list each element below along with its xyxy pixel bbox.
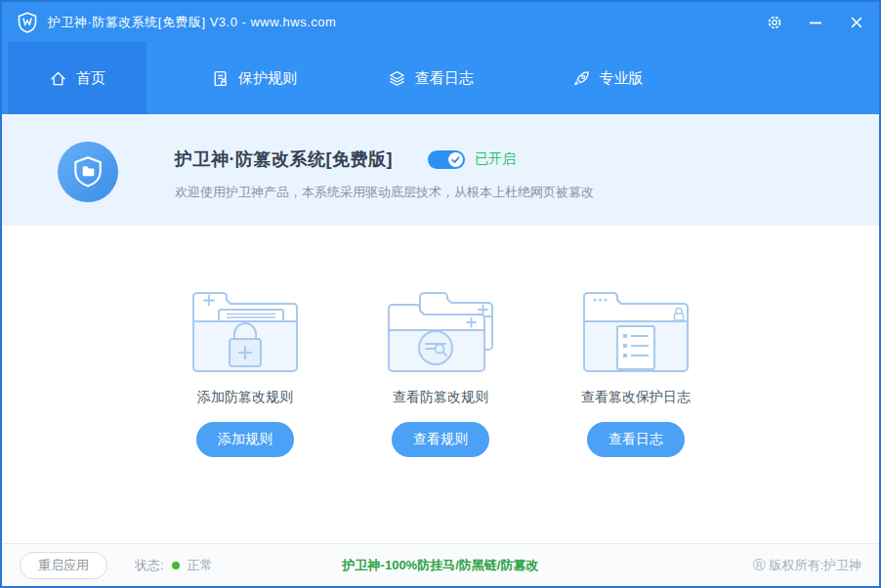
card-caption: 查看防篡改规则	[393, 389, 488, 406]
tab-professional[interactable]: 专业版	[538, 42, 677, 114]
tab-home[interactable]: 首页	[8, 42, 147, 114]
tab-label: 专业版	[600, 69, 644, 88]
product-title: 护卫神·防篡改系统[免费版]	[175, 147, 393, 171]
layers-icon	[388, 69, 406, 88]
footer-slogan: 护卫神-100%防挂马/防黑链/防篡改	[343, 557, 539, 574]
toggle-check-icon	[448, 152, 463, 167]
app-logo-shield-icon	[16, 11, 39, 34]
view-rules-button[interactable]: 查看规则	[392, 422, 489, 457]
card-view-rules: 查看防篡改规则 查看规则	[366, 285, 515, 543]
copyright-text: Ⓡ 版权所有:护卫神	[753, 557, 861, 574]
status-value: 正常	[188, 557, 213, 574]
home-icon	[49, 69, 67, 88]
window-title: 护卫神·防篡改系统[免费版] V3.0 - www.hws.com	[48, 14, 336, 31]
shield-folder-badge-icon	[58, 142, 118, 202]
folder-loglist-icon	[576, 285, 695, 375]
footer-statusbar: 重启应用 状态: 正常 护卫神-100%防挂马/防黑链/防篡改 Ⓡ 版权所有:护…	[2, 543, 879, 586]
folder-add-lock-icon	[186, 285, 305, 375]
titlebar: 护卫神·防篡改系统[免费版] V3.0 - www.hws.com	[2, 2, 879, 42]
minimize-button[interactable]	[807, 14, 824, 31]
status-header: 护卫神·防篡改系统[免费版] 已开启 欢迎使用护卫神产品，本系统采用驱动底层技术…	[2, 114, 879, 226]
card-caption: 添加防篡改规则	[197, 389, 293, 406]
document-lock-icon	[211, 69, 230, 88]
main-nav: 首页 保护规则 查看日志	[2, 42, 879, 114]
tab-protection-rules[interactable]: 保护规则	[185, 42, 323, 114]
restart-app-button[interactable]: 重启应用	[20, 552, 107, 579]
add-rules-button[interactable]: 添加规则	[196, 422, 294, 457]
close-button[interactable]	[848, 14, 865, 31]
card-add-rules: 添加防篡改规则 添加规则	[171, 285, 319, 543]
card-view-logs: 查看篡改保护日志 查看日志	[562, 285, 710, 543]
welcome-description: 欢迎使用护卫神产品，本系统采用驱动底层技术，从根本上杜绝网页被篡改	[175, 184, 594, 201]
tab-label: 保护规则	[238, 69, 297, 88]
app-window: 护卫神·防篡改系统[免费版] V3.0 - www.hws.com 首页	[0, 0, 881, 588]
card-caption: 查看篡改保护日志	[581, 389, 691, 406]
view-logs-button[interactable]: 查看日志	[587, 422, 685, 457]
main-content: 添加防篡改规则 添加规则 查看防篡改规则 查看规则	[2, 226, 879, 543]
tab-label: 查看日志	[415, 69, 474, 88]
tab-view-logs[interactable]: 查看日志	[361, 42, 500, 114]
status-group: 状态: 正常	[135, 557, 213, 574]
status-dot-icon	[172, 562, 180, 569]
folders-search-icon	[381, 285, 500, 375]
settings-gear-icon[interactable]	[766, 14, 783, 31]
toggle-status-label: 已开启	[475, 150, 516, 168]
rocket-icon	[572, 69, 591, 88]
protection-toggle[interactable]	[428, 150, 465, 169]
status-label: 状态:	[135, 557, 164, 574]
tab-label: 首页	[76, 69, 105, 88]
